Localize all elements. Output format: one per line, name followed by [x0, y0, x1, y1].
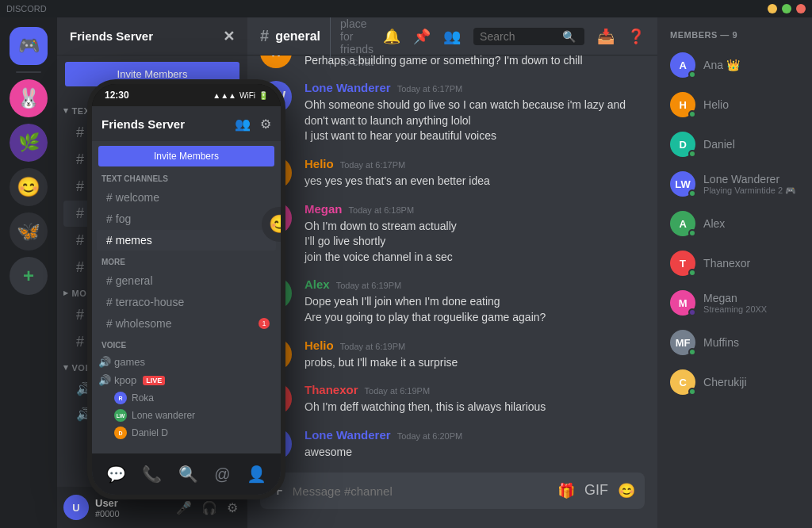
message-timestamp: Today at 6:19PM — [365, 386, 431, 396]
member-item[interactable]: LWLone WandererPlaying Varmintide 2 🎮 — [664, 165, 812, 203]
message-text: Are you going to play that roguelike gam… — [304, 310, 645, 326]
avatar: T — [670, 251, 695, 276]
settings-button[interactable]: ⚙ — [224, 497, 241, 518]
server-icon-1[interactable]: 🐰 — [10, 79, 48, 117]
member-item[interactable]: HHelio — [664, 86, 812, 124]
minimize-button[interactable] — [768, 4, 777, 13]
member-item[interactable]: DDaniel — [664, 125, 812, 163]
hash-icon: # — [106, 212, 113, 225]
message-author[interactable]: Helio — [304, 157, 334, 170]
message-timestamp: Today at 6:20PM — [397, 431, 463, 441]
phone-members-icon[interactable]: 👥 — [235, 117, 251, 132]
phone-status-icons: ▲▲▲ WiFi 🔋 — [213, 91, 268, 100]
maximize-button[interactable] — [782, 4, 791, 13]
hash-icon: # — [76, 124, 84, 141]
message-header: HelioToday at 6:19PM — [304, 339, 645, 352]
phone-profile-icon[interactable]: 👤 — [247, 465, 266, 484]
phone-invite-button[interactable]: Invite Members — [98, 146, 274, 166]
member-item[interactable]: TThanexor — [664, 244, 812, 282]
hash-icon: # — [76, 232, 84, 249]
mobile-overlay: 12:30 ▲▲▲ WiFi 🔋 Friends Server 👥 ⚙ Invi… — [87, 0, 293, 528]
message-group: HHelioToday at 6:19PMprobs, but I'll mak… — [260, 339, 645, 371]
gif-icon[interactable]: GIF — [584, 482, 608, 499]
hash-icon: # — [76, 151, 84, 168]
phone-voice-member-danield[interactable]: D Daniel D — [92, 424, 281, 442]
member-info: Muffins — [703, 336, 739, 349]
server-icon-4[interactable]: 🦋 — [10, 212, 48, 251]
gift-icon[interactable]: 🎁 — [557, 482, 575, 499]
member-info: MeganStreaming 20XX — [703, 292, 767, 314]
phone-voice-games[interactable]: 🔊 games — [92, 353, 281, 371]
message-author[interactable]: Lone Wanderer — [304, 81, 391, 94]
message-header: Lone WandererToday at 6:20PM — [304, 428, 645, 442]
phone-voice-kpop[interactable]: 🔊 kpop LIVE — [92, 371, 281, 389]
deafen-button[interactable]: 🎧 — [198, 497, 220, 518]
members-sidebar: MEMBERS — 9 AAna 👑HHelioDDanielLWLone Wa… — [657, 17, 812, 528]
member-item[interactable]: CCherukiji — [664, 363, 812, 401]
phone-bottom-bar: 💬 📞 🔍 @ 👤 — [92, 453, 281, 495]
phone-voice-member-roka[interactable]: R Roka — [92, 389, 281, 407]
server-header-icons: ✕ — [223, 28, 235, 45]
hash-icon: # — [76, 205, 84, 222]
server-icon-2[interactable] — [10, 124, 48, 162]
hash-icon: # — [106, 234, 113, 247]
pin-icon[interactable]: 📌 — [413, 28, 431, 45]
title-bar-title: DISCORD — [6, 4, 47, 13]
members-icon[interactable]: 👥 — [443, 28, 461, 45]
phone-channel-fog[interactable]: # fog — [97, 209, 276, 229]
wifi-icon: WiFi — [239, 91, 255, 100]
server-icon-home[interactable]: 🎮 — [10, 27, 48, 65]
message-author[interactable]: Lone Wanderer — [304, 428, 391, 442]
server-header[interactable]: Friends Server ✕ — [57, 17, 247, 55]
close-button[interactable] — [796, 4, 806, 13]
search-input[interactable] — [480, 30, 559, 43]
avatar: A — [670, 211, 695, 236]
mute-button[interactable]: 🎤 — [173, 497, 195, 518]
search-box[interactable]: 🔍 — [473, 28, 584, 45]
message-author[interactable]: Helio — [304, 339, 334, 352]
message-text: Dope yeah I'll join when I'm done eating — [304, 294, 645, 310]
avatar: MF — [670, 330, 695, 355]
help-icon[interactable]: ❓ — [627, 28, 645, 45]
phone-channel-general[interactable]: # general — [97, 270, 276, 291]
message-timestamp: Today at 6:17PM — [340, 160, 406, 170]
add-server-button[interactable]: + — [10, 257, 48, 295]
member-item[interactable]: MMeganStreaming 20XX — [664, 284, 812, 322]
speaker-icon: 🔊 — [98, 356, 111, 368]
server-list: 🎮 🐰 😊 🦋 + — [0, 17, 57, 528]
phone-status-bar: 12:30 ▲▲▲ WiFi 🔋 — [92, 84, 281, 106]
emoji-icon[interactable]: 😊 — [618, 482, 635, 499]
message-group: LWLone WandererToday at 6:17PMOhh someon… — [260, 81, 645, 144]
message-content: Lone WandererToday at 6:20PMawesome — [304, 428, 645, 461]
phone-channel-terraco-house[interactable]: # terraco-house — [97, 292, 276, 312]
message-author[interactable]: Megan — [304, 202, 343, 216]
notification-bell-icon[interactable]: 🔔 — [383, 28, 400, 45]
phone-channel-memes[interactable]: # memes — [97, 230, 276, 251]
phone-call-icon[interactable]: 📞 — [142, 465, 162, 484]
inbox-icon[interactable]: 📥 — [597, 28, 615, 45]
message-content: HelioToday at 6:19PMprobs, but I'll make… — [304, 339, 645, 371]
member-item[interactable]: AAna 👑 — [664, 46, 812, 84]
message-author[interactable]: Alex — [304, 277, 330, 291]
status-dot — [688, 110, 696, 118]
phone-search-icon[interactable]: 🔍 — [178, 465, 198, 484]
member-item[interactable]: MFMuffins — [664, 323, 812, 362]
member-info: Alex — [703, 217, 725, 230]
member-name: Thanexor — [703, 257, 750, 270]
message-group: LWLone WandererToday at 6:20PMawesome — [260, 428, 645, 461]
phone-settings-icon[interactable]: ⚙ — [260, 117, 271, 132]
message-input[interactable] — [293, 476, 551, 507]
server-icon-3[interactable]: 😊 — [10, 168, 48, 206]
message-author[interactable]: Thanexor — [304, 383, 358, 396]
title-bar: DISCORD — [0, 0, 812, 17]
phone-mentions-icon[interactable]: @ — [214, 465, 230, 484]
phone-voice-member-lonewanderer[interactable]: LW Lone wanderer — [92, 407, 281, 424]
member-item[interactable]: AAlex — [664, 205, 812, 243]
member-status: Playing Varmintide 2 🎮 — [703, 186, 796, 196]
phone-channel-wholesome[interactable]: # wholesome 1 — [97, 313, 276, 334]
message-text: awesome — [304, 445, 645, 461]
window-controls[interactable] — [768, 4, 806, 13]
member-name: Megan — [703, 292, 767, 304]
phone-channel-welcome[interactable]: # welcome — [97, 187, 276, 208]
phone-home-icon[interactable]: 💬 — [106, 465, 126, 484]
